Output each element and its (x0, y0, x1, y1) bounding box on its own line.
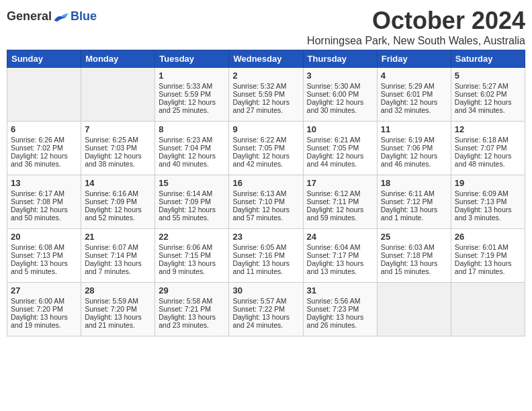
day-number: 11 (381, 124, 447, 134)
day-info-line: Sunrise: 6:03 AM (381, 243, 447, 251)
day-info-line: Sunset: 7:14 PM (85, 251, 151, 259)
day-info-line: Daylight: 13 hours (381, 259, 447, 267)
day-info-line: Sunrise: 5:30 AM (307, 82, 373, 90)
day-info-line: Sunrise: 6:08 AM (11, 243, 77, 251)
day-info-line: Sunset: 7:15 PM (159, 251, 225, 259)
day-info-line: Daylight: 12 hours (307, 152, 373, 160)
day-number: 23 (232, 232, 299, 242)
day-info-line: Sunset: 7:20 PM (85, 305, 151, 313)
day-info-line: Daylight: 13 hours (455, 259, 521, 267)
day-info-line: Daylight: 12 hours (85, 152, 151, 160)
day-number: 10 (307, 124, 373, 134)
day-info-line: Sunrise: 6:19 AM (381, 136, 447, 144)
weekday-header-saturday: Saturday (451, 50, 525, 68)
day-info-line: Sunset: 7:10 PM (232, 197, 299, 205)
calendar-cell (377, 283, 451, 336)
day-info-line: Sunset: 7:07 PM (455, 144, 521, 152)
day-info-line: Daylight: 13 hours (307, 259, 373, 267)
day-info-line: and 26 minutes. (307, 321, 373, 329)
day-info-line: Sunset: 7:16 PM (232, 251, 299, 259)
day-info-line: Daylight: 12 hours (232, 152, 299, 160)
day-info-line: and 9 minutes. (159, 267, 225, 275)
calendar-cell: 25Sunrise: 6:03 AMSunset: 7:18 PMDayligh… (377, 229, 451, 283)
day-info-line: Sunset: 7:13 PM (455, 197, 521, 205)
calendar-cell: 14Sunrise: 6:16 AMSunset: 7:09 PMDayligh… (81, 175, 155, 229)
calendar-cell: 11Sunrise: 6:19 AMSunset: 7:06 PMDayligh… (377, 122, 451, 175)
weekday-header-sunday: Sunday (7, 50, 81, 68)
day-info-line: Sunset: 7:17 PM (307, 251, 373, 259)
day-info-line: Sunrise: 6:21 AM (307, 136, 373, 144)
calendar-cell: 4Sunrise: 5:29 AMSunset: 6:01 PMDaylight… (377, 68, 451, 122)
day-info-line: Sunrise: 5:29 AM (381, 82, 447, 90)
logo-bird-icon (53, 10, 69, 24)
day-number: 28 (85, 285, 151, 295)
weekday-header-monday: Monday (81, 50, 155, 68)
day-info-line: Daylight: 12 hours (455, 152, 521, 160)
day-info-line: Sunset: 7:11 PM (307, 197, 373, 205)
calendar-cell: 22Sunrise: 6:06 AMSunset: 7:15 PMDayligh… (155, 229, 229, 283)
day-info-line: and 11 minutes. (232, 267, 299, 275)
day-info-line: and 30 minutes. (307, 106, 373, 114)
day-info-line: and 24 minutes. (232, 321, 299, 329)
day-info-line: Daylight: 12 hours (307, 205, 373, 214)
day-info-line: Sunrise: 6:11 AM (381, 189, 447, 197)
day-info-line: Daylight: 13 hours (455, 205, 521, 214)
logo-blue-text: Blue (71, 9, 97, 24)
day-info-line: Sunrise: 6:04 AM (307, 243, 373, 251)
day-number: 12 (455, 124, 521, 134)
day-info-line: Daylight: 12 hours (307, 98, 373, 106)
day-info-line: and 25 minutes. (159, 106, 225, 114)
day-info-line: Sunrise: 5:56 AM (307, 297, 373, 305)
calendar-week-4: 20Sunrise: 6:08 AMSunset: 7:13 PMDayligh… (7, 229, 525, 283)
day-info-line: Sunset: 7:02 PM (11, 144, 77, 152)
page-header: General Blue October 2024 Horningsea Par… (7, 7, 525, 47)
day-info-line: Daylight: 12 hours (159, 205, 225, 214)
day-info-line: Sunset: 7:05 PM (232, 144, 299, 152)
day-number: 31 (307, 285, 373, 295)
day-number: 25 (381, 232, 447, 242)
day-info-line: and 44 minutes. (307, 160, 373, 168)
day-info-line: Daylight: 13 hours (381, 205, 447, 214)
day-info-line: Sunset: 7:06 PM (381, 144, 447, 152)
day-info-line: Sunrise: 5:57 AM (232, 297, 299, 305)
day-info-line: Daylight: 13 hours (307, 313, 373, 321)
day-info-line: Sunset: 5:59 PM (159, 90, 225, 98)
day-info-line: Sunset: 7:13 PM (11, 251, 77, 259)
day-number: 16 (232, 178, 299, 188)
calendar-cell: 16Sunrise: 6:13 AMSunset: 7:10 PMDayligh… (229, 175, 303, 229)
calendar-cell: 27Sunrise: 6:00 AMSunset: 7:20 PMDayligh… (7, 283, 81, 336)
day-info-line: Sunrise: 5:27 AM (455, 82, 521, 90)
weekday-header-wednesday: Wednesday (229, 50, 303, 68)
day-number: 21 (85, 232, 151, 242)
calendar-week-3: 13Sunrise: 6:17 AMSunset: 7:08 PMDayligh… (7, 175, 525, 229)
day-info-line: Sunset: 7:09 PM (159, 197, 225, 205)
day-info-line: Sunrise: 5:59 AM (85, 297, 151, 305)
day-info-line: Sunset: 7:09 PM (85, 197, 151, 205)
day-info-line: Daylight: 12 hours (159, 98, 225, 106)
day-info-line: Daylight: 13 hours (232, 259, 299, 267)
day-info-line: and 23 minutes. (159, 321, 225, 329)
day-info-line: Sunrise: 6:26 AM (11, 136, 77, 144)
day-info-line: and 59 minutes. (307, 214, 373, 222)
day-info-line: Daylight: 13 hours (159, 259, 225, 267)
day-info-line: and 7 minutes. (85, 267, 151, 275)
day-info-line: and 50 minutes. (11, 214, 77, 222)
day-info-line: Sunrise: 5:33 AM (159, 82, 225, 90)
calendar-cell: 17Sunrise: 6:12 AMSunset: 7:11 PMDayligh… (303, 175, 377, 229)
calendar-cell: 9Sunrise: 6:22 AMSunset: 7:05 PMDaylight… (229, 122, 303, 175)
day-info-line: Sunset: 6:02 PM (455, 90, 521, 98)
calendar-week-2: 6Sunrise: 6:26 AMSunset: 7:02 PMDaylight… (7, 122, 525, 175)
day-info-line: and 36 minutes. (11, 160, 77, 168)
day-info-line: Sunset: 5:59 PM (232, 90, 299, 98)
calendar-table: SundayMondayTuesdayWednesdayThursdayFrid… (7, 50, 525, 336)
calendar-cell: 24Sunrise: 6:04 AMSunset: 7:17 PMDayligh… (303, 229, 377, 283)
calendar-cell: 20Sunrise: 6:08 AMSunset: 7:13 PMDayligh… (7, 229, 81, 283)
weekday-header-friday: Friday (377, 50, 451, 68)
calendar-week-1: 1Sunrise: 5:33 AMSunset: 5:59 PMDaylight… (7, 68, 525, 122)
calendar-cell: 29Sunrise: 5:58 AMSunset: 7:21 PMDayligh… (155, 283, 229, 336)
day-info-line: Daylight: 12 hours (232, 98, 299, 106)
day-info-line: Sunset: 7:19 PM (455, 251, 521, 259)
day-number: 7 (85, 124, 151, 134)
day-info-line: Sunrise: 6:18 AM (455, 136, 521, 144)
day-info-line: Sunrise: 6:06 AM (159, 243, 225, 251)
